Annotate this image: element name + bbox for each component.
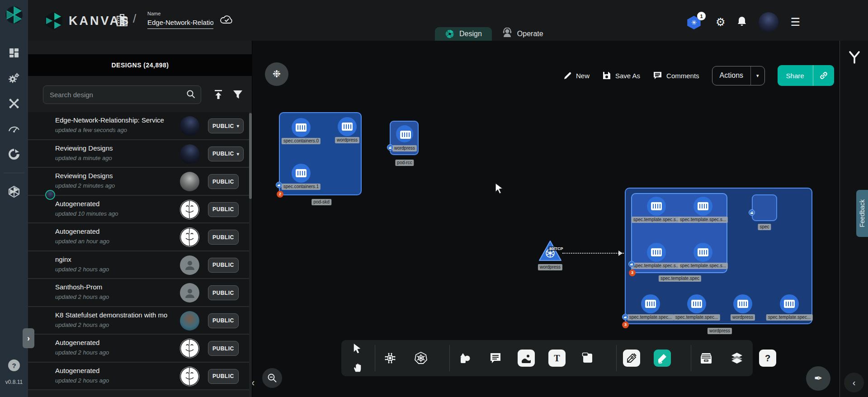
save-as-button[interactable]: Save As	[602, 71, 640, 80]
container-icon[interactable]	[687, 294, 706, 313]
container-label: spec.containers.0	[282, 138, 321, 144]
node-group-pod-template[interactable]: spec.template.spec.s... spec.template.sp…	[631, 193, 727, 273]
design-list-item[interactable]: Autogenerated updated 2 hours ago PUBLIC	[28, 363, 250, 391]
sidebar-item-lifecycle[interactable]	[6, 71, 22, 86]
design-visibility-badge[interactable]: PUBLIC	[208, 341, 239, 356]
actions-label[interactable]: Actions	[712, 66, 750, 85]
k8s-context-button[interactable]: ✳ 1	[687, 14, 704, 30]
tool-drawer-icon[interactable]	[698, 350, 715, 367]
design-name: nginx	[55, 255, 71, 263]
design-list-item[interactable]: Santhosh-Prom updated 2 hours ago PUBLIC	[28, 279, 250, 307]
hamburger-menu-icon[interactable]: ☰	[790, 16, 800, 28]
tool-select-icon[interactable]	[349, 340, 366, 357]
sidebar-item-meshery[interactable]	[6, 147, 22, 162]
design-visibility-badge[interactable]: PUBLIC	[208, 313, 239, 328]
container-icon[interactable]	[647, 197, 666, 216]
user-avatar[interactable]	[759, 12, 778, 32]
design-list-item[interactable]: nginx updated 2 hours ago PUBLIC	[28, 251, 250, 279]
sidebar-item-dashboard[interactable]	[6, 45, 22, 61]
tool-kubernetes-icon[interactable]	[412, 350, 429, 367]
design-visibility-badge[interactable]: PUBLIC	[208, 369, 239, 384]
container-icon[interactable]	[292, 118, 311, 137]
sidebar-item-kanvas[interactable]	[6, 184, 22, 199]
feedback-tab[interactable]: Feedback	[856, 190, 868, 237]
notifications-bell-icon[interactable]	[737, 16, 747, 28]
design-list-item[interactable]: Edge-Network-Relationship: Service updat…	[28, 112, 250, 140]
copy-link-icon[interactable]	[813, 65, 834, 86]
search-input[interactable]	[43, 91, 186, 99]
container-icon[interactable]	[292, 164, 311, 183]
expand-sidebar-button[interactable]: ›	[23, 328, 34, 348]
pen-mode-button[interactable]: ✒	[806, 366, 830, 391]
comments-button[interactable]: Comments	[653, 71, 699, 80]
design-owner-avatar	[180, 172, 199, 191]
container-icon[interactable]	[641, 294, 660, 313]
design-list-item[interactable]: Autogenerated updated an hour ago PUBLIC	[28, 223, 250, 251]
zoom-out-button[interactable]	[262, 368, 282, 388]
design-visibility-badge[interactable]: PUBLIC▾	[208, 147, 244, 161]
actions-caret-icon[interactable]: ▾	[750, 66, 764, 85]
deployment-status-badge	[622, 314, 628, 320]
collapse-rail-chevron[interactable]: ‹	[844, 373, 864, 392]
design-visibility-badge[interactable]: PUBLIC	[208, 230, 239, 245]
design-canvas[interactable]: ❉ New Save As Comments Actions ▾ Share s…	[252, 41, 840, 397]
design-name-input[interactable]	[147, 18, 213, 29]
design-list-item[interactable]: Autogenerated updated 2 hours ago PUBLIC	[28, 335, 250, 363]
sidebar-item-configuration[interactable]	[6, 96, 22, 111]
design-name: Autogenerated	[55, 227, 99, 235]
container-icon[interactable]	[693, 197, 712, 216]
sidebar-item-performance[interactable]	[6, 121, 22, 137]
new-button[interactable]: New	[563, 71, 590, 80]
design-visibility-badge[interactable]: PUBLIC▾	[208, 118, 244, 133]
container-icon[interactable]	[693, 243, 712, 262]
tool-media-icon[interactable]	[518, 350, 535, 367]
tool-pan-icon[interactable]	[349, 359, 366, 376]
canvas-context-button[interactable]: ❉	[265, 62, 288, 86]
tool-freehand-draw-icon[interactable]	[654, 350, 671, 367]
design-list-item[interactable]: Autogenerated updated 10 minutes ago PUB…	[28, 196, 250, 224]
tool-pen-tool-icon[interactable]	[623, 350, 640, 367]
design-visibility-badge[interactable]: PUBLIC	[208, 202, 239, 217]
merge-tool-icon[interactable]	[848, 51, 861, 66]
settings-gear-icon[interactable]: ⚙	[716, 17, 726, 28]
tab-design[interactable]: Design	[435, 27, 492, 41]
share-button[interactable]: Share	[778, 65, 834, 86]
design-visibility-badge[interactable]: PUBLIC	[208, 258, 239, 273]
container-icon[interactable]	[396, 125, 413, 142]
design-list-scrollbar[interactable]	[249, 112, 252, 397]
tool-note-icon[interactable]	[579, 350, 596, 367]
container-icon[interactable]	[780, 294, 799, 313]
container-icon[interactable]	[647, 243, 666, 262]
design-list-item[interactable]: Reviewing Designs updated a minute ago P…	[28, 140, 250, 168]
design-updated-timestamp: updated 2 hours ago	[55, 321, 109, 328]
design-list-item[interactable]: K8 Statefulset demonstration with mo upd…	[28, 307, 250, 335]
design-updated-timestamp: updated 2 hours ago	[55, 349, 109, 356]
node-pod-rcc[interactable]: wordpress pod-rcc	[390, 121, 419, 155]
node-service-wordpress[interactable]	[538, 240, 562, 262]
tab-operate[interactable]: Operate	[492, 27, 553, 41]
design-visibility-badge[interactable]: PUBLIC	[208, 285, 239, 300]
node-group-deployment-wordpress[interactable]: spec.template.spec.s... spec.template.sp…	[625, 188, 812, 324]
node-spec[interactable]	[752, 194, 777, 221]
design-owner-avatar	[180, 116, 199, 136]
organization-icon[interactable]	[115, 14, 129, 29]
import-design-icon[interactable]	[212, 89, 224, 102]
node-group-pod-skd[interactable]: spec.containers.0 wordpress spec.contain…	[279, 112, 362, 195]
tool-layers-icon[interactable]	[728, 350, 745, 367]
pod-error-badge: 3	[629, 269, 636, 276]
design-name: Santhosh-Prom	[55, 283, 102, 291]
filter-icon[interactable]	[232, 89, 243, 102]
design-visibility-badge[interactable]: PUBLIC	[208, 174, 239, 189]
actions-dropdown[interactable]: Actions ▾	[712, 66, 765, 85]
help-icon[interactable]: ?	[8, 359, 20, 371]
tool-comment-icon[interactable]	[487, 350, 504, 367]
container-icon[interactable]	[733, 294, 752, 313]
tool-shapes-icon[interactable]	[456, 350, 473, 367]
design-list-item[interactable]: Reviewing Designs updated 2 minutes ago …	[28, 168, 250, 196]
tool-text-icon[interactable]: T	[548, 350, 566, 367]
container-icon[interactable]	[338, 117, 357, 136]
collapse-panel-chevron[interactable]: ‹	[251, 376, 259, 390]
share-label[interactable]: Share	[778, 65, 813, 86]
tool-components-icon[interactable]	[382, 350, 399, 367]
tool-help-icon[interactable]: ?	[759, 350, 776, 367]
